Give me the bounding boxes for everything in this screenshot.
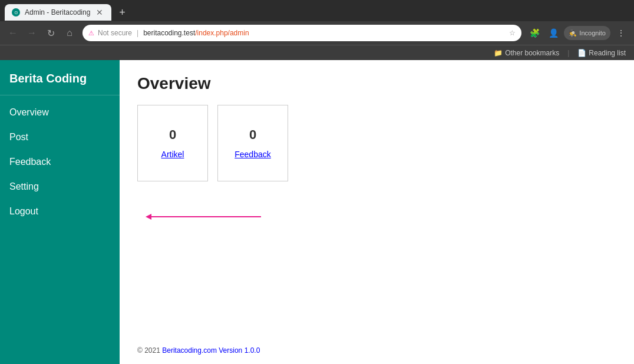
stat-link-artikel[interactable]: Artikel [161,150,184,159]
sidebar-nav: Overview Post Feedback Setting Logout [0,95,120,364]
sidebar-item-feedback[interactable]: Feedback [0,150,120,174]
incognito-label: Incognito [579,29,606,37]
new-tab-button[interactable]: + [114,4,130,21]
forward-button[interactable]: → [24,25,40,41]
address-domain: beritacoding.test/index.php/admin [143,29,249,37]
stat-card-artikel: 0 Artikel [137,105,208,181]
page-footer: © 2021 Beritacoding.com Version 1.0.0 [137,346,260,355]
browser-chrome: ⊙ Admin - Beritacoding ✕ + ← → ↻ ⌂ ⚠ Not… [0,0,634,60]
home-button[interactable]: ⌂ [61,25,78,41]
menu-button[interactable]: ⋮ [613,25,629,41]
bookmarks-folder-icon: 📁 [494,49,503,57]
address-bar[interactable]: ⚠ Not secure | beritacoding.test/index.p… [82,25,521,41]
reading-list[interactable]: 📄 Reading list [574,48,629,58]
extensions-icon[interactable]: 🧩 [526,25,543,41]
main-content: Overview 0 Artikel 0 Feedback © 2021 Ber… [120,60,634,364]
arrow-head [146,214,151,220]
incognito-button[interactable]: 🕵 Incognito [564,26,610,40]
stat-count-artikel: 0 [169,127,176,143]
stat-card-feedback: 0 Feedback [217,105,288,181]
other-bookmarks-label: Other bookmarks [505,49,559,57]
tab-bar: ⊙ Admin - Beritacoding ✕ + [0,0,634,21]
arrow-annotation [149,210,261,211]
security-icon: ⚠ [88,29,94,37]
nav-icons: 🧩 👤 🕵 Incognito ⋮ [526,25,629,41]
tab-title: Admin - Beritacoding [25,8,90,16]
cards-row: 0 Artikel 0 Feedback [137,105,616,181]
address-separator: | [137,29,138,37]
bookmarks-bar: 📁 Other bookmarks | 📄 Reading list [0,45,634,60]
incognito-icon: 🕵 [569,29,577,37]
tab-close-button[interactable]: ✕ [95,8,104,17]
arrow-line [149,216,261,217]
sidebar-item-overview[interactable]: Overview [0,100,120,125]
sidebar-item-logout[interactable]: Logout [0,199,120,224]
bookmarks-separator: | [567,49,569,57]
sidebar-item-setting[interactable]: Setting [0,174,120,199]
stat-count-feedback: 0 [249,127,256,143]
back-button[interactable]: ← [5,25,21,41]
active-tab[interactable]: ⊙ Admin - Beritacoding ✕ [5,4,111,21]
sidebar-item-post[interactable]: Post [0,125,120,150]
profile-icon[interactable]: 👤 [545,25,562,41]
stat-link-feedback[interactable]: Feedback [235,150,270,159]
footer-version-link[interactable]: Beritacoding.com Version 1.0.0 [162,346,260,355]
reading-list-label: Reading list [589,49,626,57]
reading-list-icon: 📄 [577,49,586,57]
nav-bar: ← → ↻ ⌂ ⚠ Not secure | beritacoding.test… [0,21,634,45]
page-wrapper: Berita Coding Overview Post Feedback Set… [0,60,634,364]
other-bookmarks[interactable]: 📁 Other bookmarks [490,48,563,58]
sidebar-brand: Berita Coding [0,60,120,95]
sidebar: Berita Coding Overview Post Feedback Set… [0,60,120,364]
bookmark-star-icon[interactable]: ☆ [509,29,516,37]
page-title: Overview [137,74,616,93]
security-label: Not secure [98,29,132,37]
tab-favicon: ⊙ [12,8,20,16]
reload-button[interactable]: ↻ [42,25,59,41]
